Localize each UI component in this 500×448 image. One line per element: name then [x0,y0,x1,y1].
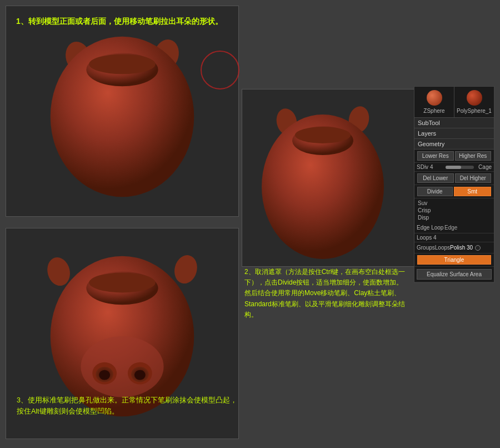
divide-button[interactable]: Divide [417,187,453,196]
options-list: Suv Crisp Disp [414,198,494,222]
groups-loops-label: GroupsLoops [417,245,450,251]
svg-point-4 [89,54,155,74]
sdiv-slider[interactable] [446,166,474,169]
divide-row: Divide Smt [414,185,494,198]
higher-res-button[interactable]: Higher Res [455,151,492,161]
del-row: Del Lower Del Higher [414,172,494,185]
subtool-section: SubTool [414,118,494,128]
loops-label: Loops 4 [417,235,444,241]
red-circle-decoration [201,51,239,89]
equalize-button[interactable]: Equalize Surface Area [417,269,492,280]
triangle-button[interactable]: Triangle [417,255,491,265]
svg-point-21 [295,127,351,143]
polysphere-label: PolySphere_1 [457,108,492,114]
smt-button[interactable]: Smt [454,187,492,196]
instruction-text-2: 2、取消遮罩（方法是按住Ctrl键，在画布空白处框选一下），点击Divide按钮… [244,267,408,320]
lower-res-button[interactable]: Lower Res [417,151,454,161]
panel-top-left: 1、转到模型正面或者后面，使用移动笔刷拉出耳朵的形状。 [6,6,239,217]
polish-radio[interactable] [475,245,481,251]
geometry-section: Geometry [414,139,494,150]
suv-option[interactable]: Suv [418,200,491,207]
svg-point-10 [81,336,163,397]
svg-point-13 [99,370,110,380]
edge-loop-label: Edge Loop [417,225,444,231]
sidebar-tool-icons: ZSphere PolySphere_1 [414,87,494,118]
model-right-view [242,89,403,267]
disp-option[interactable]: Disp [418,214,491,221]
sdiv-row: SDiv 4 Cage [414,163,494,172]
zsphere-button[interactable]: ZSphere [414,87,454,117]
layers-section: Layers [414,128,494,139]
model-top-view [6,6,238,216]
polysphere-button[interactable]: PolySphere_1 [454,87,494,117]
del-higher-button[interactable]: Del Higher [455,173,492,183]
sdiv-label: SDiv 4 [417,164,444,170]
edge-label-detected: Edge [444,225,457,231]
cage-label: Cage [475,164,492,170]
svg-point-9 [89,273,155,293]
del-lower-button[interactable]: Del Lower [417,173,454,183]
triangle-row: Triangle [414,253,494,267]
sidebar-panel: ZSphere PolySphere_1 SubTool Layers Geom… [414,86,494,283]
zsphere-icon [427,90,442,106]
crisp-option[interactable]: Crisp [418,207,491,214]
instruction-text-3: 3、使用标准笔刷把鼻孔做出来。正常情况下笔刷涂抹会使模型凸起，按住Alt键雕刻则… [17,395,239,417]
equalize-row: Equalize Surface Area [414,267,494,282]
polish-label: Polish 30 [450,245,473,251]
instruction-text-1: 1、转到模型正面或者后面，使用移动笔刷拉出耳朵的形状。 [16,16,233,27]
svg-point-6 [171,252,200,286]
polysphere-icon [467,90,482,106]
svg-point-16 [134,370,146,380]
zsphere-label: ZSphere [417,108,452,114]
res-row: Lower Res Higher Res [414,150,494,163]
edge-loop-row: Edge Loop Edge [414,222,494,233]
loops-row: Loops 4 [414,233,494,242]
groups-loops-row: GroupsLoops Polish 30 [414,242,494,253]
